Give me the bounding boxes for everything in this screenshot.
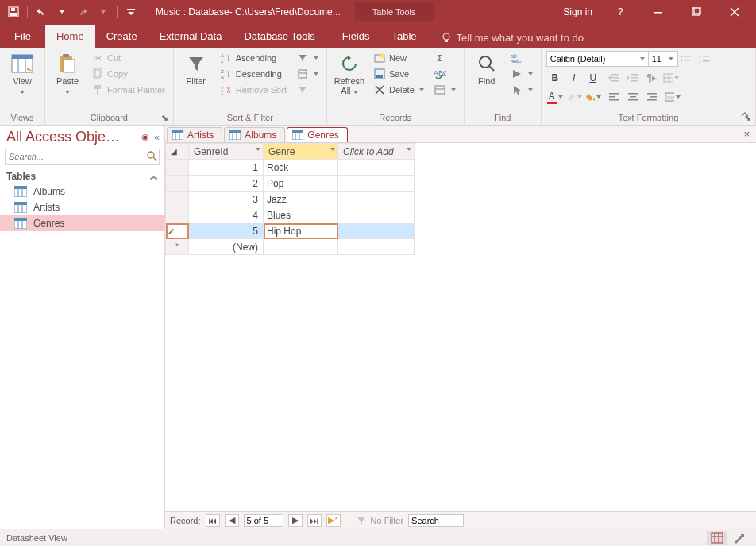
undo-icon[interactable]: [33, 3, 50, 21]
descending-button[interactable]: ZADescending: [217, 67, 290, 81]
row-selector[interactable]: [166, 160, 189, 176]
cell-empty[interactable]: [338, 207, 415, 223]
align-right-icon[interactable]: [643, 89, 661, 105]
tab-database-tools[interactable]: Database Tools: [233, 25, 326, 48]
find-button[interactable]: Find: [469, 51, 504, 86]
replace-button[interactable]: abac: [507, 51, 536, 65]
align-left-icon[interactable]: [605, 89, 623, 105]
click-to-add-column[interactable]: Click to Add: [338, 144, 415, 160]
cell-empty[interactable]: [338, 176, 415, 192]
ascending-button[interactable]: AZAscending: [217, 51, 290, 65]
cell-new-label[interactable]: (New): [189, 239, 264, 255]
fill-color-button[interactable]: [584, 89, 602, 105]
cell-genreid[interactable]: 1: [189, 160, 264, 176]
new-record-nav-icon[interactable]: ▶*: [326, 514, 341, 527]
alt-fill-button[interactable]: [664, 89, 681, 105]
cell-genre[interactable]: Rock: [264, 160, 338, 176]
more-records-button[interactable]: [430, 83, 459, 97]
maximize-icon[interactable]: [678, 0, 715, 24]
nav-title[interactable]: All Access Obje…: [6, 129, 137, 145]
refresh-all-button[interactable]: Refresh All: [332, 51, 367, 95]
cell-empty[interactable]: [338, 160, 415, 176]
filter-indicator-icon[interactable]: [357, 516, 366, 525]
font-name-dropdown-icon[interactable]: [640, 57, 645, 60]
new-record-row[interactable]: *(New): [166, 239, 415, 255]
table-row[interactable]: 3Jazz: [166, 192, 415, 207]
collapse-ribbon-icon[interactable]: [739, 109, 751, 122]
nav-group-tables[interactable]: Tables ︽: [0, 169, 164, 184]
select-button[interactable]: [507, 83, 536, 97]
nav-menu-icon[interactable]: ◉: [141, 132, 149, 142]
row-selector[interactable]: [166, 176, 189, 192]
table-row[interactable]: 4Blues: [166, 207, 415, 223]
cell-genre[interactable]: Hip Hop: [264, 223, 338, 239]
cell-empty[interactable]: [338, 223, 415, 239]
cell-genreid[interactable]: 5: [189, 223, 264, 239]
sign-in-link[interactable]: Sign in: [555, 6, 600, 17]
object-tab-artists[interactable]: Artists: [167, 127, 222, 142]
prev-record-icon[interactable]: ◀: [225, 514, 239, 527]
cell-genre[interactable]: Jazz: [264, 192, 338, 207]
tab-table[interactable]: Table: [381, 25, 428, 48]
decrease-indent-icon[interactable]: [605, 70, 623, 86]
object-tab-genres[interactable]: Genres: [287, 127, 347, 142]
tab-external-data[interactable]: External Data: [148, 25, 233, 48]
redo-more-icon[interactable]: [94, 3, 112, 21]
underline-button[interactable]: U: [584, 70, 602, 86]
cell-genreid[interactable]: 3: [189, 192, 264, 207]
italic-button[interactable]: I: [565, 70, 583, 86]
design-view-toggle-icon[interactable]: [729, 531, 750, 545]
nav-item-genres[interactable]: Genres: [0, 215, 164, 231]
new-record-button[interactable]: New: [370, 51, 427, 65]
nav-item-artists[interactable]: Artists: [0, 199, 164, 215]
row-selector[interactable]: [166, 223, 189, 239]
row-selector[interactable]: [166, 192, 189, 207]
font-size-input[interactable]: [648, 51, 678, 67]
selection-filter-button[interactable]: [293, 51, 322, 65]
column-header-genreid[interactable]: GenreId: [189, 144, 264, 160]
paste-button[interactable]: Paste: [50, 51, 85, 95]
font-color-button[interactable]: A: [546, 89, 564, 105]
bullets-icon[interactable]: [677, 51, 694, 67]
undo-more-icon[interactable]: [53, 3, 71, 21]
advanced-filter-button[interactable]: [293, 67, 322, 81]
spelling-button[interactable]: ABC: [430, 67, 459, 81]
delete-record-button[interactable]: Delete: [370, 83, 427, 97]
view-button[interactable]: View: [5, 51, 40, 95]
cell-genre[interactable]: Blues: [264, 207, 338, 223]
cell-genreid[interactable]: 2: [189, 176, 264, 192]
tab-create[interactable]: Create: [95, 25, 148, 48]
cell-genre[interactable]: Pop: [264, 176, 338, 192]
highlight-button[interactable]: [565, 89, 583, 105]
table-row[interactable]: 5Hip Hop: [166, 223, 415, 239]
table-row[interactable]: 2Pop: [166, 176, 415, 192]
cell-genreid[interactable]: 4: [189, 207, 264, 223]
first-record-icon[interactable]: ⏮: [206, 514, 220, 527]
redo-icon[interactable]: [74, 3, 91, 21]
remove-sort-button[interactable]: AZRemove Sort: [217, 83, 290, 97]
save-icon[interactable]: [5, 3, 22, 21]
tell-me-search[interactable]: Tell me what you want to do: [436, 28, 588, 48]
filter-button[interactable]: Filter: [179, 51, 214, 86]
tab-fields[interactable]: Fields: [331, 25, 381, 48]
font-name-input[interactable]: [546, 51, 650, 67]
datasheet[interactable]: ◢ GenreId Genre Click to Add 1Rock2Pop3J…: [165, 143, 756, 511]
toggle-filter-button[interactable]: [293, 83, 322, 97]
cell-empty[interactable]: [264, 239, 338, 255]
minimize-icon[interactable]: [640, 0, 677, 24]
format-painter-button[interactable]: Format Painter: [88, 83, 168, 97]
increase-indent-icon[interactable]: [624, 70, 642, 86]
gridlines-button[interactable]: [662, 70, 680, 86]
nav-search-input[interactable]: [5, 149, 160, 165]
datasheet-view-toggle-icon[interactable]: [707, 531, 727, 545]
tab-home[interactable]: Home: [45, 25, 95, 48]
record-position-input[interactable]: [244, 514, 284, 527]
next-record-icon[interactable]: ▶: [288, 514, 303, 527]
close-tab-icon[interactable]: ×: [743, 128, 750, 140]
save-record-button[interactable]: Save: [370, 67, 427, 81]
cell-empty[interactable]: [338, 239, 415, 255]
collapse-group-icon[interactable]: ︽: [150, 171, 158, 182]
object-tab-albums[interactable]: Albums: [224, 127, 285, 142]
align-center-icon[interactable]: [624, 89, 642, 105]
cut-button[interactable]: ✂Cut: [88, 51, 168, 65]
